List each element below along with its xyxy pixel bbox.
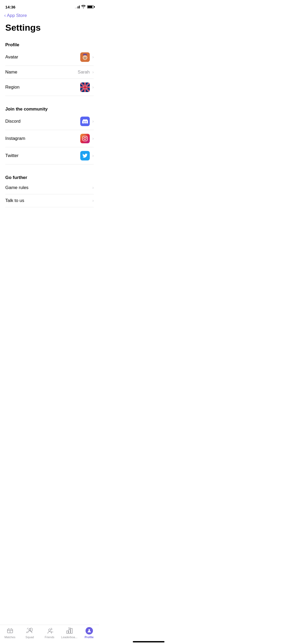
community-section: Join the community (0, 102, 99, 112)
game-rules-label: Game rules (5, 185, 29, 190)
region-label: Region (5, 85, 20, 90)
go-further-section: Go further (0, 171, 99, 180)
avatar-image (80, 52, 90, 62)
wifi-icon (81, 5, 86, 9)
profile-list: Avatar (0, 49, 99, 96)
svg-rect-14 (80, 87, 90, 88)
avatar-row[interactable]: Avatar (5, 49, 94, 66)
status-bar: 14:36 (0, 0, 99, 12)
profile-section: Profile (0, 38, 99, 48)
battery-icon (87, 5, 94, 8)
svg-point-5 (85, 57, 86, 58)
discord-right: › (80, 117, 94, 126)
discord-icon (80, 117, 90, 126)
twitter-chevron: › (92, 153, 94, 158)
game-rules-chevron: › (92, 185, 94, 190)
instagram-label: Instagram (5, 136, 25, 141)
discord-label: Discord (5, 119, 21, 124)
region-chevron: › (92, 85, 94, 90)
community-list: Discord › Instagram › (0, 113, 99, 164)
game-rules-right: › (92, 185, 94, 190)
name-value: Sarah (78, 70, 89, 75)
region-row[interactable]: Region (5, 79, 94, 96)
community-section-title: Join the community (5, 107, 94, 112)
instagram-icon (80, 134, 90, 143)
svg-point-4 (84, 57, 84, 58)
go-further-section-title: Go further (5, 175, 94, 180)
back-label: App Store (7, 13, 27, 18)
talk-to-us-chevron: › (92, 198, 94, 203)
signal-icon (75, 5, 80, 8)
twitter-label: Twitter (5, 153, 18, 158)
page-title: Settings (5, 22, 94, 33)
instagram-chevron: › (92, 136, 94, 141)
avatar-right: › (80, 52, 94, 62)
instagram-row[interactable]: Instagram › (5, 130, 94, 147)
twitter-row[interactable]: Twitter › (5, 147, 94, 164)
name-label: Name (5, 70, 17, 75)
region-right: › (80, 82, 94, 92)
talk-to-us-row[interactable]: Talk to us › (5, 194, 94, 207)
svg-rect-3 (83, 54, 87, 55)
talk-to-us-right: › (92, 198, 94, 203)
uk-flag-icon (80, 82, 90, 92)
status-time: 14:36 (5, 5, 15, 9)
twitter-icon (80, 151, 90, 160)
game-rules-row[interactable]: Game rules › (5, 181, 94, 194)
talk-to-us-label: Talk to us (5, 198, 24, 203)
settings-header: Settings (0, 20, 99, 38)
back-chevron-icon: ‹ (4, 13, 6, 18)
svg-point-1 (83, 55, 87, 60)
name-row[interactable]: Name Sarah › (5, 66, 94, 79)
profile-section-title: Profile (5, 42, 94, 48)
go-further-list: Game rules › Talk to us › (0, 181, 99, 207)
main-content: Profile Avatar (0, 38, 99, 234)
avatar-label: Avatar (5, 54, 18, 60)
discord-chevron: › (92, 119, 94, 124)
back-nav[interactable]: ‹ App Store (0, 12, 99, 20)
instagram-right: › (80, 134, 94, 143)
twitter-right: › (80, 151, 94, 160)
status-icons (75, 5, 94, 9)
name-right: Sarah › (78, 70, 94, 75)
name-chevron: › (92, 70, 94, 75)
discord-row[interactable]: Discord › (5, 113, 94, 130)
avatar-chevron: › (92, 55, 94, 59)
